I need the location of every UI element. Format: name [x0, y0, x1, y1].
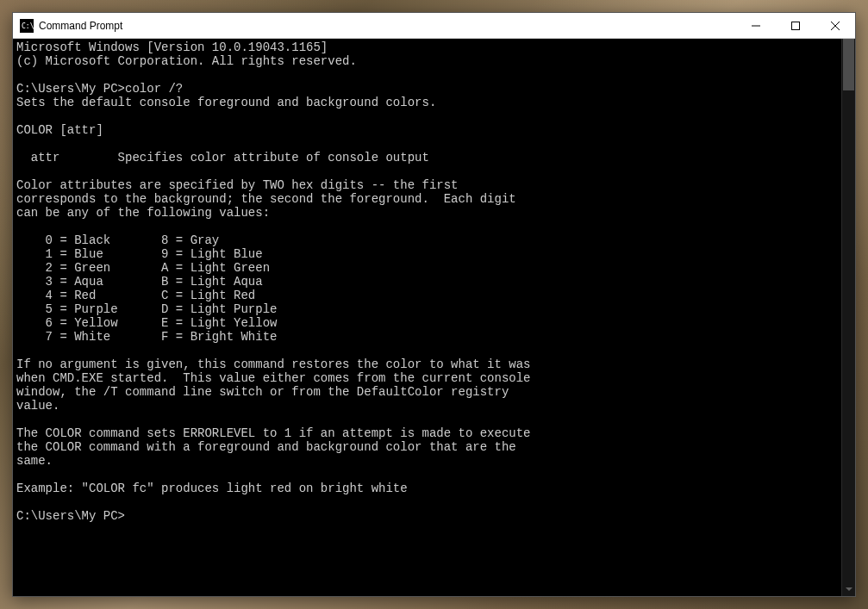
output-line: window, the /T command line switch or fr… [16, 385, 509, 399]
minimize-button[interactable] [736, 13, 776, 38]
output-line: 3 = Aqua B = Light Aqua [16, 275, 263, 289]
output-line: 7 = White F = Bright White [16, 330, 277, 344]
output-line: Microsoft Windows [Version 10.0.19043.11… [16, 40, 328, 54]
maximize-button[interactable] [776, 13, 815, 38]
output-line: Sets the default console foreground and … [16, 96, 436, 109]
svg-text:C:\: C:\ [22, 22, 34, 30]
close-button[interactable] [815, 13, 855, 38]
titlebar[interactable]: C:\ Command Prompt [13, 13, 855, 39]
console-area: Microsoft Windows [Version 10.0.19043.11… [13, 39, 855, 596]
output-line: Color attributes are specified by TWO he… [16, 178, 458, 192]
output-line: the COLOR command with a foreground and … [16, 440, 516, 454]
vertical-scrollbar[interactable] [841, 39, 855, 596]
output-line: Example: "COLOR fc" produces light red o… [16, 482, 408, 495]
output-line: If no argument is given, this command re… [16, 357, 531, 371]
output-line: 5 = Purple D = Light Purple [16, 302, 277, 316]
cmd-window: C:\ Command Prompt Microsoft Windows [Ve… [12, 12, 856, 597]
output-line: can be any of the following values: [16, 206, 270, 220]
cmd-icon: C:\ [20, 19, 34, 33]
output-line: corresponds to the background; the secon… [16, 192, 516, 206]
output-line: 2 = Green A = Light Green [16, 261, 270, 275]
console-output[interactable]: Microsoft Windows [Version 10.0.19043.11… [13, 39, 841, 596]
output-line: attr Specifies color attribute of consol… [16, 151, 429, 165]
prompt-line: C:\Users\My PC> [16, 509, 125, 523]
window-title: Command Prompt [39, 20, 736, 32]
output-line: 0 = Black 8 = Gray [16, 233, 219, 247]
output-line: 4 = Red C = Light Red [16, 289, 255, 302]
output-line: value. [16, 399, 59, 413]
svg-rect-3 [792, 22, 800, 29]
scrollbar-down-arrow[interactable] [842, 582, 855, 596]
output-line: when CMD.EXE started. This value either … [16, 371, 531, 385]
output-line: 1 = Blue 9 = Light Blue [16, 247, 263, 261]
prompt-line: C:\Users\My PC>color /? [16, 82, 183, 96]
output-line: The COLOR command sets ERRORLEVEL to 1 i… [16, 426, 531, 440]
output-line: same. [16, 454, 53, 468]
svg-marker-6 [846, 587, 852, 591]
output-line: (c) Microsoft Corporation. All rights re… [16, 54, 357, 68]
output-line: COLOR [attr] [16, 123, 103, 137]
scrollbar-thumb[interactable] [843, 39, 854, 90]
output-line: 6 = Yellow E = Light Yellow [16, 316, 277, 330]
window-controls [736, 13, 855, 38]
